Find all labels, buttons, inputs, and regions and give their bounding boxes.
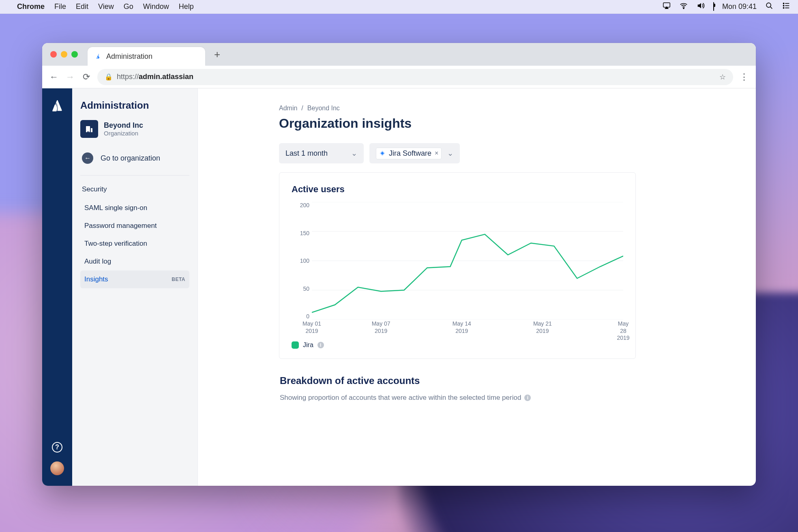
control-center-icon[interactable] [782, 1, 791, 12]
go-to-organization-link[interactable]: ← Go to organization [80, 148, 189, 169]
go-to-organization-label: Go to organization [101, 154, 160, 163]
back-circle-icon: ← [82, 152, 93, 164]
chevron-down-icon: ⌄ [351, 149, 357, 158]
org-name: Beyond Inc [104, 121, 143, 130]
jira-software-icon [379, 150, 386, 157]
sidebar-item-audit-log[interactable]: Audit log [80, 253, 189, 270]
svg-point-3 [783, 3, 784, 4]
window-minimize-button[interactable] [61, 51, 67, 58]
breadcrumb-admin[interactable]: Admin [279, 105, 297, 112]
menubar-item-help[interactable]: Help [179, 2, 194, 11]
menubar-clock[interactable]: Mon 09:41 [722, 2, 757, 11]
card-breakdown: Breakdown of active accounts Showing pro… [279, 375, 636, 402]
sidebar-item-saml[interactable]: SAML single sign-on [80, 199, 189, 217]
chart-legend: Jira i [292, 341, 623, 349]
active-users-chart: 200150100500 May 012019May 072019May 142… [292, 202, 623, 336]
window-close-button[interactable] [50, 51, 57, 58]
address-bar-text: https://admin.atlassian [117, 73, 193, 81]
macos-menubar: Chrome File Edit View Go Window Help Mon… [0, 0, 798, 14]
volume-icon[interactable] [696, 1, 705, 12]
filter-products[interactable]: Jira Software × ⌄ [369, 143, 460, 163]
sidebar-item-insights[interactable]: Insights BETA [80, 270, 189, 288]
atlassian-favicon-icon [95, 53, 102, 60]
forward-button[interactable]: → [65, 72, 75, 82]
sidebar-item-password-management[interactable]: Password management [80, 217, 189, 235]
card-title: Active users [292, 184, 623, 195]
sidebar-heading: Administration [80, 100, 189, 111]
product-chip-jira: Jira Software × [376, 148, 442, 159]
menubar-item-go[interactable]: Go [124, 2, 133, 11]
bookmark-star-icon[interactable]: ☆ [719, 73, 726, 82]
beta-badge: BETA [172, 277, 185, 282]
reload-button[interactable]: ⟳ [81, 72, 92, 82]
legend-swatch [292, 341, 299, 349]
breadcrumb: Admin / Beyond Inc [279, 105, 636, 112]
org-switcher[interactable]: Beyond Inc Organization [80, 120, 189, 138]
browser-tab[interactable]: Administration [88, 47, 205, 66]
menubar-item-window[interactable]: Window [143, 2, 169, 11]
new-tab-button[interactable]: + [208, 48, 226, 61]
svg-point-2 [766, 3, 771, 7]
svg-point-1 [683, 8, 684, 9]
menubar-app[interactable]: Chrome [17, 2, 45, 11]
browser-tabstrip: Administration + [42, 43, 756, 66]
breadcrumb-org[interactable]: Beyond Inc [307, 105, 340, 112]
breakdown-title: Breakdown of active accounts [280, 375, 635, 386]
user-avatar[interactable] [50, 461, 64, 475]
main-content: Admin / Beyond Inc Organization insights… [198, 88, 756, 486]
sidebar-section-security[interactable]: Security [80, 180, 189, 199]
legend-label: Jira [303, 341, 313, 349]
breakdown-desc: Showing proportion of accounts that were… [280, 394, 521, 402]
battery-icon[interactable] [713, 2, 714, 11]
sidebar: Administration Beyond Inc Organization ←… [72, 88, 198, 486]
menubar-item-view[interactable]: View [98, 2, 114, 11]
product-chip-label: Jira Software [389, 149, 431, 158]
menubar-item-file[interactable]: File [54, 2, 66, 11]
info-icon[interactable]: i [317, 342, 324, 348]
filter-date-range[interactable]: Last 1 month ⌄ [279, 143, 364, 163]
card-active-users: Active users 200150100500 May 012019May … [279, 172, 636, 359]
atlassian-logo-icon[interactable] [50, 99, 64, 114]
global-nav-rail: ? [42, 88, 72, 486]
airplay-icon[interactable] [662, 1, 671, 12]
chip-remove-icon[interactable]: × [435, 150, 438, 157]
browser-toolbar: ← → ⟳ 🔒 https://admin.atlassian ☆ ⋮ [42, 66, 756, 88]
info-icon[interactable]: i [524, 395, 531, 401]
org-sublabel: Organization [104, 130, 143, 137]
help-icon[interactable]: ? [52, 442, 62, 453]
svg-point-5 [783, 5, 784, 6]
window-zoom-button[interactable] [71, 51, 78, 58]
svg-point-7 [783, 7, 784, 8]
browser-tab-title: Administration [106, 52, 152, 61]
spotlight-icon[interactable] [765, 1, 774, 12]
lock-icon: 🔒 [105, 73, 113, 81]
wifi-icon[interactable] [679, 1, 688, 12]
filter-date-range-label: Last 1 month [285, 149, 328, 158]
back-button[interactable]: ← [49, 72, 59, 82]
menubar-item-edit[interactable]: Edit [76, 2, 88, 11]
address-bar[interactable]: 🔒 https://admin.atlassian ☆ [97, 69, 733, 85]
browser-window: Administration + ← → ⟳ 🔒 https://admin.a… [42, 43, 756, 486]
sidebar-divider [80, 175, 189, 176]
sidebar-item-label: Insights [84, 275, 108, 283]
page-title: Organization insights [279, 116, 636, 131]
sidebar-item-two-step-verification[interactable]: Two-step verification [80, 235, 189, 253]
chevron-down-icon: ⌄ [447, 149, 453, 158]
org-icon [80, 120, 98, 138]
chrome-menu-button[interactable]: ⋮ [739, 72, 749, 82]
